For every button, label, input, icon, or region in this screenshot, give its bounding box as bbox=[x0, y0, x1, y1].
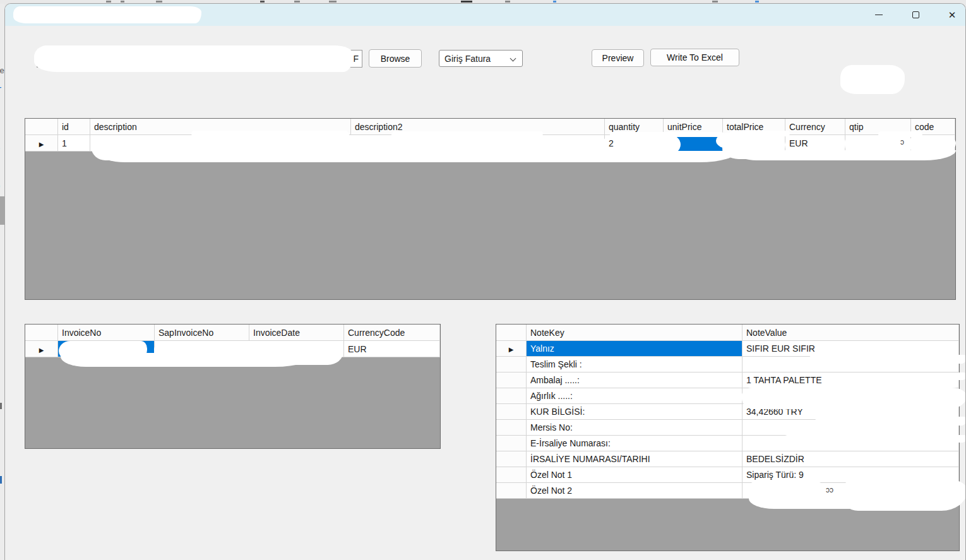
cell-notekey[interactable]: E-İrsaliye Numarası: bbox=[527, 436, 742, 451]
column-header-invoicedate[interactable]: InvoiceDate bbox=[249, 325, 344, 341]
redaction-blob bbox=[749, 494, 966, 509]
row-selector[interactable]: ▶ bbox=[25, 341, 58, 357]
redaction-blob bbox=[13, 6, 201, 23]
window-controls: ✕ bbox=[872, 4, 959, 26]
row-header[interactable] bbox=[496, 451, 527, 467]
row-header[interactable] bbox=[496, 372, 527, 388]
background-text-fragment: p bbox=[0, 181, 4, 191]
background-text-fragment: e bbox=[0, 143, 4, 153]
cell-id[interactable]: 1 bbox=[58, 135, 90, 152]
redaction-blob bbox=[809, 355, 966, 364]
background-text-fragment: T bbox=[0, 85, 4, 95]
column-header-currencycode[interactable]: CurrencyCode bbox=[344, 325, 440, 341]
column-header-invoiceno[interactable]: InvoiceNo bbox=[58, 325, 155, 341]
write-to-excel-button[interactable]: Write To Excel bbox=[650, 49, 739, 66]
background-block bbox=[0, 196, 4, 225]
cell-currency[interactable]: EUR bbox=[785, 135, 845, 152]
background-left-edge: se T e p bbox=[0, 4, 4, 560]
redaction-blob bbox=[815, 417, 966, 426]
close-button[interactable]: ✕ bbox=[945, 8, 959, 22]
cell-notekey[interactable]: İRSALİYE NUMARASI/TARIHI bbox=[527, 451, 742, 467]
column-header-notekey[interactable]: NoteKey bbox=[527, 325, 742, 341]
redacted-partial-glyph: ɔɔ bbox=[826, 486, 833, 494]
cell-currencycode[interactable]: EUR bbox=[344, 341, 440, 357]
row-selector-icon: ▶ bbox=[39, 141, 44, 148]
document-type-select[interactable]: Giriş Fatura bbox=[439, 50, 523, 67]
redacted-partial-glyph: ɔ bbox=[900, 138, 904, 146]
chevron-down-icon bbox=[510, 56, 516, 62]
cell-notekey[interactable]: Ağırlık .....: bbox=[527, 388, 742, 404]
app-window: ✕ F Browse Giriş Fatura Preview Write To… bbox=[4, 3, 966, 560]
redaction-blob bbox=[61, 353, 313, 367]
maximize-button[interactable] bbox=[909, 8, 922, 22]
file-path-partial-text: F bbox=[353, 54, 359, 64]
cell-notekey[interactable]: Özel Not 1 bbox=[527, 467, 742, 483]
redaction-blob bbox=[34, 45, 354, 72]
column-header-id[interactable]: id bbox=[58, 119, 90, 135]
browse-button[interactable]: Browse bbox=[369, 49, 422, 68]
cell-notekey[interactable]: Mersis No: bbox=[527, 420, 742, 436]
table-row: İRSALİYE NUMARASI/TARIHI BEDELSİZDİR bbox=[496, 451, 959, 467]
cell-notekey[interactable]: KUR BİLGİSİ: bbox=[527, 404, 742, 420]
background-block bbox=[0, 403, 2, 409]
column-header-currency[interactable]: Currency bbox=[785, 119, 845, 135]
cell-notekey-selected[interactable]: Yalnız bbox=[527, 341, 742, 357]
column-header-sapinvoiceno[interactable]: SapInvoiceNo bbox=[155, 325, 249, 341]
grid-corner[interactable] bbox=[25, 325, 58, 341]
row-header[interactable] bbox=[496, 483, 527, 499]
minimize-icon bbox=[875, 15, 883, 16]
preview-button[interactable]: Preview bbox=[592, 49, 644, 67]
row-header[interactable] bbox=[496, 404, 527, 420]
minimize-button[interactable] bbox=[872, 8, 886, 22]
background-text-fragment: se bbox=[0, 66, 4, 75]
row-header[interactable] bbox=[496, 467, 527, 483]
cell-notekey[interactable]: Ambalaj .....: bbox=[527, 372, 742, 388]
cell-notekey[interactable]: Özel Not 2 bbox=[527, 483, 742, 499]
row-selector[interactable]: ▶ bbox=[496, 341, 527, 357]
redaction-blob bbox=[840, 65, 905, 94]
grid-corner[interactable] bbox=[25, 119, 58, 135]
row-header[interactable] bbox=[496, 357, 527, 372]
row-selector-icon: ▶ bbox=[509, 346, 514, 353]
cell-notekey[interactable]: Teslim Şekli : bbox=[527, 357, 742, 372]
cell-notevalue[interactable]: BEDELSİZDİR bbox=[742, 451, 959, 467]
column-header-notevalue[interactable]: NoteValue bbox=[742, 325, 959, 341]
close-icon: ✕ bbox=[948, 9, 957, 21]
row-header[interactable] bbox=[496, 420, 527, 436]
title-bar: ✕ bbox=[5, 4, 965, 26]
redaction-blob bbox=[784, 435, 966, 443]
background-block bbox=[0, 476, 2, 484]
row-header[interactable] bbox=[496, 436, 527, 451]
row-selector[interactable]: ▶ bbox=[25, 135, 58, 152]
document-type-value: Giriş Fatura bbox=[444, 54, 491, 64]
row-selector-icon: ▶ bbox=[39, 347, 44, 354]
redaction-blob bbox=[100, 151, 737, 162]
redaction-blob bbox=[742, 388, 966, 409]
redaction-blob bbox=[737, 150, 956, 160]
row-header[interactable] bbox=[496, 388, 527, 404]
grid-corner[interactable] bbox=[496, 325, 527, 341]
maximize-icon bbox=[912, 11, 919, 18]
redaction-blob bbox=[840, 372, 966, 380]
notes-grid-table: NoteKey NoteValue ▶ Yalnız SIFIR EUR SIF… bbox=[496, 325, 959, 499]
